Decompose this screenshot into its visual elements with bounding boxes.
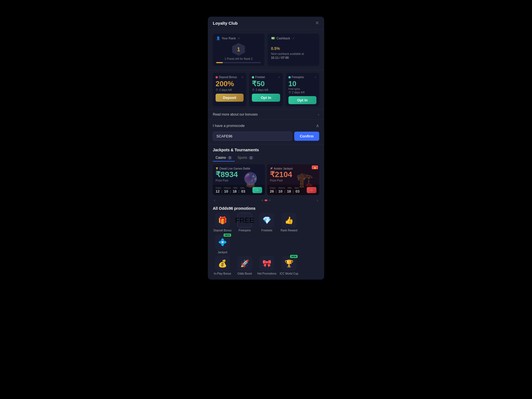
deposit-amount-suffix: % (227, 80, 234, 88)
promo-item-freespins[interactable]: FREE Freespins (235, 213, 254, 232)
freespins-time: ⏱2 days left (288, 91, 316, 94)
promo-grid-2: 💰 In-Play Bonus 🚀 Odds Boost 🎀 Hot Promo… (213, 256, 319, 275)
carousel-dots (262, 198, 270, 203)
freebet-time-value: 2 days left (255, 88, 268, 91)
freebet-amount: ₹50 (252, 80, 280, 88)
promo-icc-new-badge: NEW (290, 255, 298, 258)
freebet-optin-button[interactable]: Opt In (252, 94, 280, 102)
freespins-label: Freespins (292, 76, 304, 79)
rank-sub-text: 1 Points left for Rank 2 (216, 57, 261, 60)
jackpot-1-amount-value: ₹8934 (216, 170, 238, 179)
promo-inplay-label: In-Play Bonus (214, 272, 231, 275)
carousel-nav-row: ‹ › (213, 197, 319, 204)
deposit-bonus-amount: 200% (216, 80, 244, 88)
deposit-button[interactable]: Deposit (216, 94, 244, 102)
close-button[interactable]: ✕ (315, 21, 319, 25)
carousel-next-button[interactable]: › (317, 198, 318, 203)
timer-label-hours: Hours (224, 186, 231, 189)
tab-sports-label: Sports (237, 156, 247, 160)
promo-inplay-icon: 💰 (215, 256, 230, 271)
promo-item-odds-boost[interactable]: 🚀 Odds Boost (235, 256, 254, 275)
rank-card: 👤 Your Rank ✕ 1 1 Points left for Rank 2 (213, 34, 264, 66)
promo-item-inplay[interactable]: 💰 In-Play Bonus (213, 256, 232, 275)
freebet-label: Freebet (255, 76, 265, 79)
promo-item-jackpot[interactable]: 💠 NEW Jackpot (213, 235, 232, 254)
carousel-prev-button[interactable]: ‹ (214, 198, 215, 203)
cashback-date: 10.11 / 07:00 (271, 56, 316, 59)
freespins-sublabel: Free spins (288, 88, 316, 91)
j2-hours: 10 (278, 189, 282, 193)
tab-sports[interactable]: Sports 2 (235, 154, 256, 162)
promo-input-row: Confirm (208, 132, 324, 144)
promo-title: I have a promocode (213, 124, 245, 128)
promo-item-hot-promotions[interactable]: 🎀 Hot Promotions (257, 256, 277, 275)
jackpot-2-name-text: Aviator Jackpot (274, 167, 293, 170)
j2-days: 26 (270, 189, 274, 193)
j1-hours: 10 (224, 189, 228, 193)
freebet-amount-value: ₹50 (252, 80, 265, 88)
carousel-dot-1 (262, 200, 263, 201)
promo-odds-boost-icon: 🚀 (237, 256, 252, 271)
rank-card-header: 👤 Your Rank ✕ (216, 36, 261, 40)
read-more-arrow: › (318, 112, 319, 117)
j1-days: 12 (216, 189, 219, 193)
promo-jackpot-new-badge: NEW (224, 234, 231, 237)
deposit-bonus-x: ✕ (241, 76, 244, 79)
rank-center: 1 1 Points left for Rank 2 (216, 42, 261, 63)
promo-grid-1: 🎁 Deposit Bonus FREE Freespins 💎 Freebet… (213, 213, 319, 254)
tab-casino-label: Casino (216, 156, 226, 160)
promo-item-deposit-bonus[interactable]: 🎁 Deposit Bonus (213, 213, 232, 232)
jackpot-2-amount-value: ₹2104 (270, 170, 292, 179)
promo-deposit-icon: 🎁 (215, 213, 230, 228)
jackpot-card-2-name: ✈️ Aviator Jackpot (270, 167, 316, 170)
jackpot-2-amount: ₹2104 (270, 171, 316, 178)
promo-item-rank-reward[interactable]: 👍 Rank Reward (279, 213, 299, 232)
cashback-card: 💵 Cashback ↗ 0.5% Next cashback availabl… (268, 34, 319, 66)
freespins-optin-button[interactable]: Opt In (288, 96, 316, 104)
jackpot-card-2: 🏗️ 🔥 ✈️ Aviator Jackpot ₹2104 Prize Pool (267, 164, 319, 195)
tab-casino[interactable]: Casino 3 (213, 154, 235, 162)
j2-timer-label-days: Days (270, 186, 276, 189)
promo-item-icc[interactable]: 🏆 NEW ICC World Cup (279, 256, 299, 275)
promo-item-freebets[interactable]: 💎 Freebets (257, 213, 277, 232)
deposit-bonus-time: ⏱2 days left (216, 88, 244, 91)
freespins-dot (288, 76, 291, 78)
j2-timer-label-hours: Hours (278, 186, 285, 189)
cashback-x: ↗ (292, 37, 294, 40)
top-section: 👤 Your Rank ✕ 1 1 Points left for Rank 2 (208, 30, 324, 70)
tab-sports-badge: 2 (249, 156, 253, 160)
jackpot-1-name-text: Diwali Live Games Battle (219, 167, 250, 170)
promo-jackpot-icon: 💠 NEW (215, 235, 230, 250)
read-more-row[interactable]: Read more about our bonuses › (208, 109, 324, 120)
freespins-card: Freespins ↗ 10 Free spins ⏱2 days left O… (286, 73, 319, 106)
carousel-dot-3 (269, 200, 270, 201)
modal-title: Loyalty Club (213, 21, 238, 25)
jackpot-cards: 🔮 🏆 Diwali Live Games Battle ₹8934 Prize… (213, 164, 319, 195)
promo-rank-reward-icon: 👍 (282, 213, 296, 228)
deposit-bonus-label: Deposit Bonus (219, 76, 237, 79)
freespins-x: ↗ (314, 76, 316, 79)
promo-section: I have a promocode ∧ Confirm (208, 120, 324, 144)
rank-progress-bar (216, 62, 261, 63)
freebet-card: Freebet ↗ ₹50 ⏱2 days left Opt In (249, 73, 283, 106)
freespins-header: Freespins ↗ (288, 76, 316, 79)
freespins-time-value: 2 days left (292, 91, 305, 94)
modal-header: Loyalty Club ✕ (208, 17, 324, 30)
bonuses-section: Deposit Bonus ✕ 200% ⏱2 days left Deposi… (208, 70, 324, 109)
jackpot-1-amount: ₹8934 (216, 171, 262, 178)
promo-header[interactable]: I have a promocode ∧ (208, 120, 324, 132)
jackpots-section: Jackpots & Tournaments Casino 3 Sports 2… (208, 144, 324, 204)
rank-icon: 1 (232, 42, 245, 56)
promo-icc-label: ICC World Cup (280, 272, 298, 275)
promo-toggle-icon: ∧ (316, 123, 319, 128)
freespins-amount: 10 Free spins (288, 80, 316, 90)
promo-confirm-button[interactable]: Confirm (294, 132, 319, 141)
promo-odds-boost-label: Odds Boost (237, 272, 252, 275)
cashback-card-header: 💵 Cashback ↗ (271, 36, 316, 40)
freespins-amount-value: 10 (288, 80, 296, 88)
promo-freebets-icon: 💎 (259, 213, 274, 228)
promotions-section: All Odds96 promotions 🎁 Deposit Bonus FR… (208, 204, 324, 280)
modal-overlay: Loyalty Club ✕ 👤 Your Rank ✕ 1 1 Points … (0, 0, 532, 399)
promo-code-input[interactable] (213, 132, 292, 141)
cashback-sub: Next cashback available at (271, 52, 316, 55)
